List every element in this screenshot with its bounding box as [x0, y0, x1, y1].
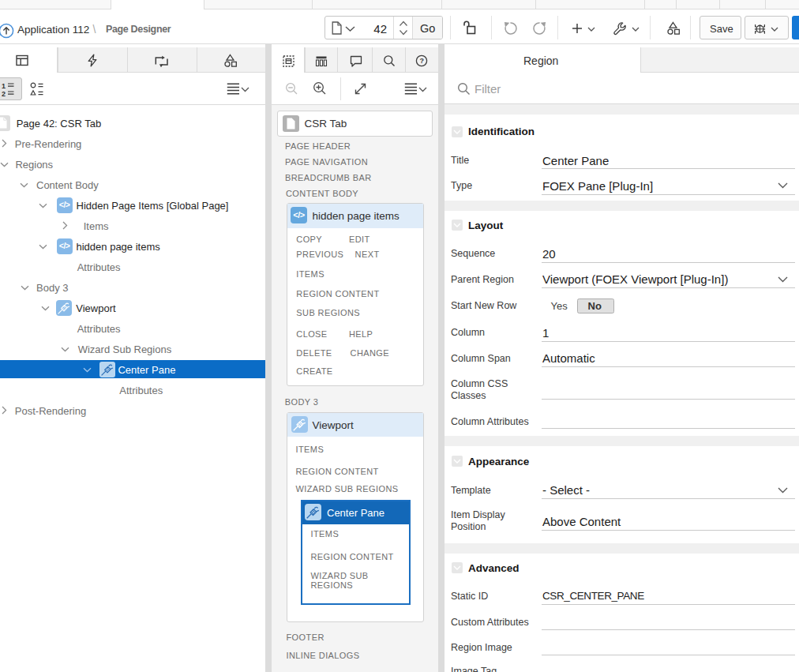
svg-text:2: 2	[2, 90, 6, 98]
svg-text:1: 1	[2, 82, 6, 90]
svg-text:?: ?	[420, 57, 425, 65]
